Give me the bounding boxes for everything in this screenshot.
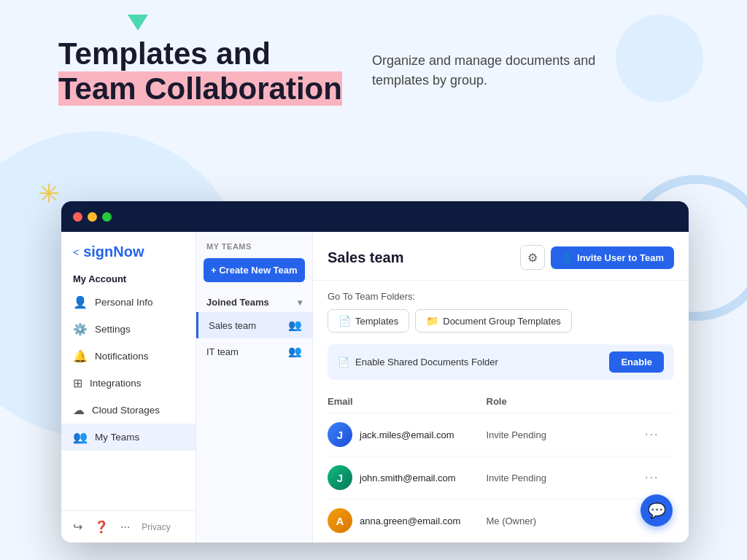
minimize-button[interactable] bbox=[88, 212, 97, 222]
triangle-decoration bbox=[128, 15, 148, 31]
email-text: jack.miles@email.com bbox=[360, 429, 454, 440]
app-window: < signNow My Account 👤 Personal Info ⚙️ … bbox=[61, 201, 689, 542]
chat-icon: 💬 bbox=[648, 502, 666, 519]
sidebar-item-label: Cloud Storages bbox=[92, 405, 160, 416]
maximize-button[interactable] bbox=[102, 212, 112, 222]
member-email-cell: A anna.green@email.com bbox=[328, 508, 487, 533]
team-item-it[interactable]: IT team 👥 bbox=[196, 338, 312, 365]
grid-icon: ⊞ bbox=[73, 376, 82, 390]
headline-line2: Team Collaboration bbox=[58, 71, 342, 106]
member-role-cell: Me (Owner) bbox=[487, 516, 646, 526]
sidebar-item-label: Personal Info bbox=[95, 297, 153, 308]
table-row: J john.smith@email.com Invite Pending ··… bbox=[328, 456, 674, 499]
folders-tabs: 📄 Templates 📁 Document Group Templates bbox=[328, 309, 674, 332]
window-controls bbox=[73, 212, 112, 222]
doc-group-label: Document Group Templates bbox=[443, 316, 561, 327]
shared-folder-label: Enable Shared Documents Folder bbox=[355, 357, 498, 368]
bell-icon: 🔔 bbox=[73, 349, 88, 363]
joined-teams-label: Joined Teams bbox=[206, 297, 269, 308]
close-button[interactable] bbox=[73, 212, 82, 222]
team-manage-icon: 👥 bbox=[288, 345, 302, 358]
enable-button[interactable]: Enable bbox=[609, 351, 664, 373]
avatar: A bbox=[328, 508, 352, 533]
sidebar-item-label: Integrations bbox=[90, 378, 142, 389]
sidebar-item-label: Settings bbox=[95, 324, 131, 335]
shared-folder-info: 📄 Enable Shared Documents Folder bbox=[338, 357, 498, 368]
teams-section-title: MY TEAMS bbox=[196, 232, 312, 258]
header-area: Templates and Team Collaboration bbox=[58, 36, 342, 107]
help-icon[interactable]: ❓ bbox=[94, 520, 109, 534]
team-item-sales[interactable]: Sales team 👥 bbox=[196, 312, 312, 338]
invite-button-label: Invite User to Team bbox=[577, 252, 664, 263]
star-decoration: ✳ bbox=[38, 181, 60, 207]
member-email-cell: J jack.miles@email.com bbox=[328, 422, 487, 447]
doc-group-icon: 📁 bbox=[426, 315, 438, 327]
app-body: < signNow My Account 👤 Personal Info ⚙️ … bbox=[61, 232, 689, 542]
role-column-header: Role bbox=[487, 396, 646, 407]
sidebar-item-personal-info[interactable]: 👤 Personal Info bbox=[61, 289, 196, 316]
sidebar-item-cloud-storages[interactable]: ☁ Cloud Storages bbox=[61, 397, 196, 424]
back-arrow[interactable]: < bbox=[73, 246, 79, 258]
headline: Templates and Team Collaboration bbox=[58, 36, 342, 107]
sidebar-nav: 👤 Personal Info ⚙️ Settings 🔔 Notificati… bbox=[61, 289, 196, 510]
logout-icon[interactable]: ↪ bbox=[73, 520, 82, 534]
table-header: Email Role bbox=[328, 390, 674, 413]
sidebar-item-integrations[interactable]: ⊞ Integrations bbox=[61, 370, 196, 397]
member-role-cell: Invite Pending bbox=[487, 472, 646, 483]
privacy-link[interactable]: Privacy bbox=[142, 522, 170, 532]
chat-fab-button[interactable]: 💬 bbox=[640, 494, 673, 526]
gear-button[interactable]: ⚙ bbox=[520, 245, 545, 270]
document-group-templates-tab[interactable]: 📁 Document Group Templates bbox=[415, 309, 572, 332]
team-manage-icon: 👥 bbox=[288, 319, 302, 332]
joined-teams-header: Joined Teams ▾ bbox=[196, 291, 312, 312]
sidebar-item-my-teams[interactable]: 👥 My Teams bbox=[61, 424, 196, 451]
invite-user-button[interactable]: 👤 Invite User to Team bbox=[551, 246, 674, 269]
member-email-cell: J john.smith@email.com bbox=[328, 465, 487, 490]
teams-icon: 👥 bbox=[73, 430, 88, 444]
subtext-area: Organize and manage documents and templa… bbox=[372, 51, 649, 90]
subtext: Organize and manage documents and templa… bbox=[372, 51, 649, 90]
folders-section: Go To Team Folders: 📄 Templates 📁 Docume… bbox=[313, 281, 689, 341]
user-plus-icon: 👤 bbox=[561, 252, 573, 263]
sidebar-item-settings[interactable]: ⚙️ Settings bbox=[61, 316, 196, 343]
email-column-header: Email bbox=[328, 396, 487, 407]
templates-label: Templates bbox=[355, 316, 398, 327]
table-row: A anna.green@email.com Me (Owner) bbox=[328, 499, 674, 542]
templates-icon: 📄 bbox=[338, 315, 351, 327]
sidebar: < signNow My Account 👤 Personal Info ⚙️ … bbox=[61, 232, 196, 542]
title-bar bbox=[61, 201, 689, 232]
teams-panel: MY TEAMS + Create New Team Joined Teams … bbox=[196, 232, 313, 542]
templates-tab[interactable]: 📄 Templates bbox=[328, 309, 409, 332]
sidebar-item-notifications[interactable]: 🔔 Notifications bbox=[61, 343, 196, 370]
sidebar-footer: ↪ ❓ ··· Privacy bbox=[61, 510, 196, 542]
team-title: Sales team bbox=[328, 249, 404, 266]
avatar: J bbox=[328, 422, 352, 447]
chevron-down-icon: ▾ bbox=[298, 298, 302, 308]
table-row: J jack.miles@email.com Invite Pending ··… bbox=[328, 413, 674, 456]
main-header: Sales team ⚙ 👤 Invite User to Team bbox=[313, 232, 689, 281]
email-text: anna.green@email.com bbox=[360, 516, 460, 526]
avatar: J bbox=[328, 465, 352, 490]
email-text: john.smith@email.com bbox=[360, 472, 456, 483]
cloud-icon: ☁ bbox=[73, 403, 85, 417]
member-role-cell: Invite Pending bbox=[487, 429, 646, 440]
person-icon: 👤 bbox=[73, 295, 88, 309]
sidebar-header: < signNow bbox=[61, 232, 196, 266]
more-icon[interactable]: ··· bbox=[120, 521, 130, 534]
sidebar-item-label: My Teams bbox=[95, 432, 139, 443]
settings-icon: ⚙️ bbox=[73, 322, 88, 336]
member-actions-button[interactable]: ··· bbox=[645, 471, 674, 484]
brand-logo: signNow bbox=[83, 244, 144, 260]
header-actions: ⚙ 👤 Invite User to Team bbox=[520, 245, 674, 270]
create-team-button[interactable]: + Create New Team bbox=[204, 258, 305, 282]
folders-label: Go To Team Folders: bbox=[328, 291, 674, 302]
gear-icon: ⚙ bbox=[527, 251, 538, 265]
account-title: My Account bbox=[61, 266, 196, 289]
team-name: IT team bbox=[206, 346, 239, 357]
team-name: Sales team bbox=[209, 320, 256, 331]
member-actions-button[interactable]: ··· bbox=[645, 428, 674, 441]
shared-folder-bar: 📄 Enable Shared Documents Folder Enable bbox=[328, 344, 674, 380]
main-content: Sales team ⚙ 👤 Invite User to Team Go To… bbox=[313, 232, 689, 542]
members-section: Email Role J jack.miles@email.com Invite… bbox=[313, 390, 689, 542]
sidebar-item-label: Notifications bbox=[95, 351, 149, 362]
